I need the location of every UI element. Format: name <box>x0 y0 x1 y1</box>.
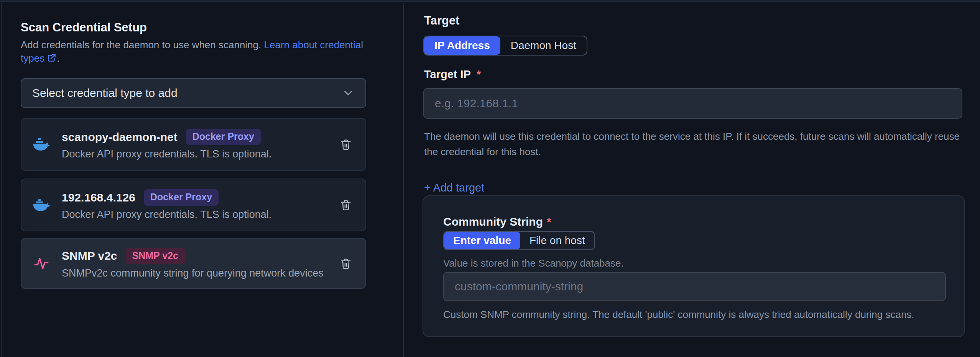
external-link-icon <box>47 53 57 63</box>
target-type-toggle: IP Address Daemon Host <box>423 36 587 56</box>
trash-icon <box>339 138 352 151</box>
target-heading: Target <box>424 14 459 28</box>
top-border <box>0 0 980 2</box>
required-asterisk: * <box>477 68 481 80</box>
credential-type-select-value: Select credential type to add <box>32 87 342 100</box>
toggle-daemon-host[interactable]: Daemon Host <box>500 36 587 55</box>
credential-type-select[interactable]: Select credential type to add <box>21 78 366 108</box>
docker-icon <box>32 136 51 152</box>
credential-description: SNMPv2c community string for querying ne… <box>62 267 339 279</box>
target-ip-help-text: The daemon will use this credential to c… <box>424 129 965 159</box>
toggle-file-on-host[interactable]: File on host <box>520 232 594 249</box>
toggle-ip-address[interactable]: IP Address <box>424 36 500 55</box>
credential-description: Docker API proxy credentials. TLS is opt… <box>62 148 339 160</box>
trash-icon <box>339 198 352 212</box>
community-string-input[interactable] <box>443 272 946 301</box>
required-asterisk: * <box>547 215 551 228</box>
credential-name: SNMP v2c <box>62 249 117 262</box>
credential-type-badge: SNMP v2c <box>126 248 185 264</box>
storage-note: Value is stored in the Scanopy database. <box>443 257 624 269</box>
docker-icon <box>32 197 51 213</box>
credential-card: 192.168.4.126 Docker Proxy Docker API pr… <box>21 178 366 231</box>
description-text: Add credentials for the daemon to use wh… <box>21 39 261 51</box>
toggle-enter-value[interactable]: Enter value <box>444 232 520 249</box>
scan-credential-description: Add credentials for the daemon to use wh… <box>21 38 369 65</box>
credential-card-body: SNMP v2c SNMP v2c SNMPv2c community stri… <box>62 248 339 279</box>
chevron-down-icon <box>342 87 355 100</box>
target-ip-input[interactable] <box>423 88 962 119</box>
community-string-label: Community String* <box>443 215 551 228</box>
credential-description: Docker API proxy credentials. TLS is opt… <box>62 209 339 221</box>
description-period: . <box>57 52 59 64</box>
panel-left-border <box>1 3 2 357</box>
credential-card-body: scanopy-daemon-net Docker Proxy Docker A… <box>62 129 339 160</box>
add-target-link[interactable]: + Add target <box>424 182 484 194</box>
delete-credential-button[interactable] <box>339 138 352 151</box>
community-string-help-text: Custom SNMP community string. The defaul… <box>443 309 946 321</box>
credential-card: SNMP v2c SNMP v2c SNMPv2c community stri… <box>21 238 366 289</box>
pulse-icon <box>32 255 51 272</box>
trash-icon <box>339 257 352 270</box>
credential-name: scanopy-daemon-net <box>62 131 178 144</box>
credential-name: 192.168.4.126 <box>62 191 135 204</box>
community-string-card: Community String* Enter value File on ho… <box>423 195 965 337</box>
community-source-toggle: Enter value File on host <box>443 231 595 250</box>
target-ip-label: Target IP* <box>424 68 481 81</box>
delete-credential-button[interactable] <box>339 198 352 212</box>
scan-credential-setup-title: Scan Credential Setup <box>21 21 147 34</box>
credential-card: scanopy-daemon-net Docker Proxy Docker A… <box>21 118 366 171</box>
panel-divider <box>403 3 404 357</box>
delete-credential-button[interactable] <box>339 257 352 270</box>
credential-card-body: 192.168.4.126 Docker Proxy Docker API pr… <box>62 189 339 221</box>
credential-type-badge: Docker Proxy <box>186 129 261 145</box>
credential-type-badge: Docker Proxy <box>144 189 219 206</box>
